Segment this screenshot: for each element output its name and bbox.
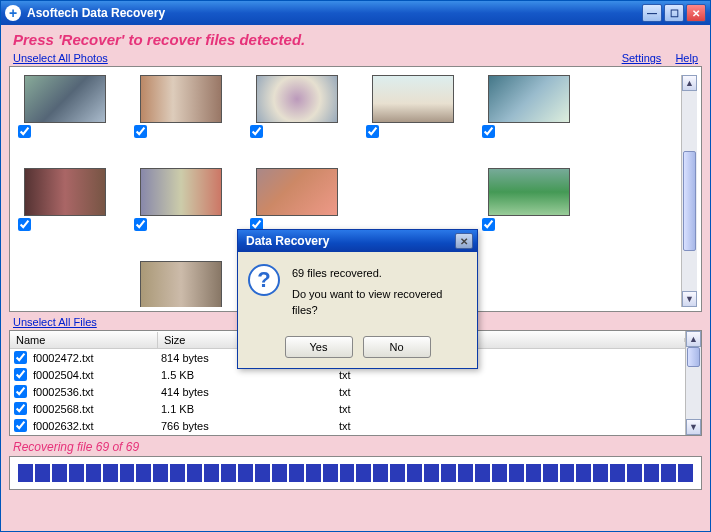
- status-text: Recovering file 69 of 69: [9, 436, 702, 456]
- scroll-thumb[interactable]: [683, 151, 696, 251]
- photo-checkbox[interactable]: [18, 218, 31, 231]
- photo-thumbnail[interactable]: [140, 261, 222, 307]
- file-checkbox[interactable]: [14, 385, 27, 398]
- dialog-body: ? 69 files recovered. Do you want to vie…: [238, 252, 477, 368]
- file-ext: txt: [337, 420, 479, 432]
- photo-item[interactable]: [366, 168, 460, 231]
- progress-bar: [18, 464, 693, 482]
- photo-item[interactable]: [18, 75, 112, 138]
- photo-checkbox[interactable]: [366, 125, 379, 138]
- file-row[interactable]: f0002536.txt414 bytestxt: [10, 383, 685, 400]
- dialog-line1: 69 files recovered.: [292, 266, 467, 281]
- file-size: 1.5 KB: [159, 369, 337, 381]
- photo-thumbnail[interactable]: [256, 168, 338, 216]
- file-size: 766 bytes: [159, 420, 337, 432]
- file-row[interactable]: f0002632.txt766 bytestxt: [10, 417, 685, 434]
- file-size: 414 bytes: [159, 386, 337, 398]
- unselect-all-photos-link[interactable]: Unselect All Photos: [13, 52, 108, 64]
- files-scrollbar[interactable]: ▲ ▼: [685, 331, 701, 435]
- photo-thumbnail[interactable]: [140, 168, 222, 216]
- content-area: Press 'Recover' to recover files detecte…: [1, 25, 710, 531]
- scroll-thumb[interactable]: [687, 347, 700, 367]
- links-row: Unselect All Photos Settings Help: [9, 52, 702, 64]
- file-name: f0002568.txt: [31, 403, 159, 415]
- file-ext: txt: [337, 369, 479, 381]
- progress-panel: [9, 456, 702, 490]
- scroll-track[interactable]: [686, 347, 701, 419]
- photo-item[interactable]: [18, 261, 112, 307]
- file-row[interactable]: f0002568.txt1.1 KBtxt: [10, 400, 685, 417]
- photo-item[interactable]: [134, 168, 228, 231]
- scroll-down-button[interactable]: ▼: [686, 419, 701, 435]
- photo-checkbox[interactable]: [250, 125, 263, 138]
- photo-checkbox[interactable]: [134, 218, 147, 231]
- dialog-title: Data Recovery: [246, 234, 455, 248]
- photo-item[interactable]: [18, 168, 112, 231]
- photos-scrollbar[interactable]: ▲ ▼: [681, 75, 697, 307]
- file-ext: txt: [337, 386, 479, 398]
- settings-link[interactable]: Settings: [622, 52, 662, 64]
- photo-checkbox[interactable]: [482, 125, 495, 138]
- photo-item[interactable]: [482, 75, 576, 138]
- file-size: 1.1 KB: [159, 403, 337, 415]
- dialog-text: 69 files recovered. Do you want to view …: [292, 264, 467, 324]
- file-name: f0002504.txt: [31, 369, 159, 381]
- photo-checkbox[interactable]: [482, 218, 495, 231]
- photo-item[interactable]: [250, 168, 344, 231]
- window-controls: — ☐ ✕: [642, 4, 706, 22]
- photo-thumbnail[interactable]: [24, 168, 106, 216]
- photo-checkbox[interactable]: [18, 125, 31, 138]
- question-icon: ?: [248, 264, 280, 296]
- help-link[interactable]: Help: [675, 52, 698, 64]
- photo-item[interactable]: [366, 75, 460, 138]
- minimize-button[interactable]: —: [642, 4, 662, 22]
- app-icon: +: [5, 5, 21, 21]
- photo-thumbnail[interactable]: [488, 75, 570, 123]
- file-name: f0002536.txt: [31, 386, 159, 398]
- scroll-track[interactable]: [682, 91, 697, 291]
- dialog-recovery-complete: Data Recovery ✕ ? 69 files recovered. Do…: [237, 229, 478, 369]
- dialog-titlebar: Data Recovery ✕: [238, 230, 477, 252]
- no-button[interactable]: No: [363, 336, 431, 358]
- file-checkbox[interactable]: [14, 402, 27, 415]
- dialog-close-button[interactable]: ✕: [455, 233, 473, 249]
- instruction-text: Press 'Recover' to recover files detecte…: [9, 29, 702, 52]
- maximize-button[interactable]: ☐: [664, 4, 684, 22]
- col-header-name[interactable]: Name: [10, 332, 158, 348]
- photo-checkbox[interactable]: [134, 125, 147, 138]
- app-window: + Asoftech Data Recovery — ☐ ✕ Press 'Re…: [0, 0, 711, 532]
- file-checkbox[interactable]: [14, 351, 27, 364]
- photo-thumbnail[interactable]: [488, 168, 570, 216]
- photo-item[interactable]: [250, 75, 344, 138]
- dialog-line2: Do you want to view recovered files?: [292, 287, 467, 318]
- file-name: f0002632.txt: [31, 420, 159, 432]
- close-button[interactable]: ✕: [686, 4, 706, 22]
- photo-thumbnail[interactable]: [24, 75, 106, 123]
- photo-item[interactable]: [134, 261, 228, 307]
- yes-button[interactable]: Yes: [285, 336, 353, 358]
- titlebar: + Asoftech Data Recovery — ☐ ✕: [1, 1, 710, 25]
- photo-thumbnail[interactable]: [140, 75, 222, 123]
- unselect-all-files-link[interactable]: Unselect All Files: [13, 316, 97, 328]
- file-checkbox[interactable]: [14, 419, 27, 432]
- file-name: f0002472.txt: [31, 352, 159, 364]
- scroll-up-button[interactable]: ▲: [686, 331, 701, 347]
- photo-item[interactable]: [134, 75, 228, 138]
- file-checkbox[interactable]: [14, 368, 27, 381]
- scroll-down-button[interactable]: ▼: [682, 291, 697, 307]
- file-ext: txt: [337, 403, 479, 415]
- window-title: Asoftech Data Recovery: [27, 6, 642, 20]
- photo-thumbnail[interactable]: [372, 75, 454, 123]
- photo-thumbnail[interactable]: [256, 75, 338, 123]
- scroll-up-button[interactable]: ▲: [682, 75, 697, 91]
- photo-item[interactable]: [482, 168, 576, 231]
- col-header-blank: [478, 338, 685, 342]
